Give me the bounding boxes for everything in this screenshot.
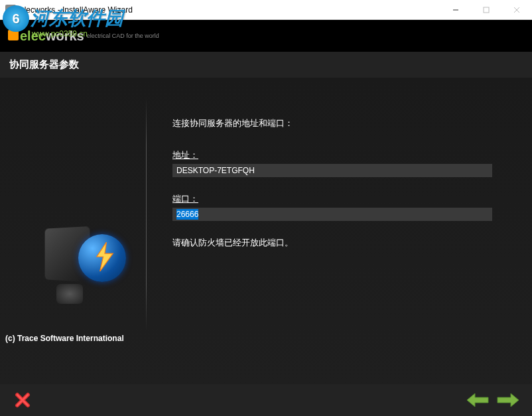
address-value: DESKTOP-7ETGFQH: [176, 166, 255, 175]
close-icon: [513, 7, 520, 13]
firewall-note: 请确认防火墙已经开放此端口。: [172, 237, 492, 249]
svg-rect-1: [484, 7, 489, 13]
svg-marker-6: [498, 393, 519, 407]
port-field-block: 端口： 26666: [172, 193, 492, 221]
server-globe-icon: [43, 214, 129, 301]
content-area: 连接协同服务器的地址和端口： 地址： DESKTOP-7ETGFQH 端口： 2…: [0, 78, 532, 384]
page-title: 协同服务器参数: [9, 58, 523, 71]
port-label: 端口：: [172, 193, 492, 205]
next-button[interactable]: [496, 392, 519, 408]
address-label: 地址：: [172, 149, 492, 161]
window-controls: [440, 0, 532, 20]
vertical-divider: [146, 98, 147, 331]
logo-part1: elec: [20, 29, 46, 44]
side-graphic: [27, 91, 146, 371]
installer-body: elec works electrical CAD for the world …: [0, 20, 532, 416]
port-input[interactable]: 26666: [172, 208, 492, 221]
logo-part2: works: [46, 29, 84, 44]
window-title: elecworks - InstallAware Wizard: [20, 5, 440, 15]
svg-marker-4: [97, 242, 113, 271]
back-button[interactable]: [467, 392, 490, 408]
app-icon: [5, 5, 16, 15]
address-input[interactable]: DESKTOP-7ETGFQH: [172, 164, 492, 177]
maximize-icon: [483, 7, 490, 13]
close-button: [501, 0, 532, 20]
copyright-text: (c) Trace Software International: [3, 330, 127, 347]
port-value: 26666: [176, 209, 198, 220]
product-logo: elec works: [8, 29, 84, 44]
form-area: 连接协同服务器的地址和端口： 地址： DESKTOP-7ETGFQH 端口： 2…: [146, 91, 505, 371]
svg-marker-5: [467, 393, 488, 407]
minimize-button[interactable]: [440, 0, 471, 20]
logo-tagline: electrical CAD for the world: [87, 33, 159, 39]
footer-bar: [0, 384, 532, 416]
maximize-button: [471, 0, 501, 20]
logo-band: elec works electrical CAD for the world: [0, 20, 532, 52]
lightning-icon: [95, 242, 115, 271]
page-header: 协同服务器参数: [0, 52, 532, 78]
address-field-block: 地址： DESKTOP-7ETGFQH: [172, 149, 492, 177]
form-prompt: 连接协同服务器的地址和端口：: [172, 117, 492, 129]
cancel-button[interactable]: [13, 391, 32, 409]
minimize-icon: [452, 7, 459, 13]
plug-icon: [8, 30, 19, 40]
window-titlebar: elecworks - InstallAware Wizard: [0, 0, 532, 20]
